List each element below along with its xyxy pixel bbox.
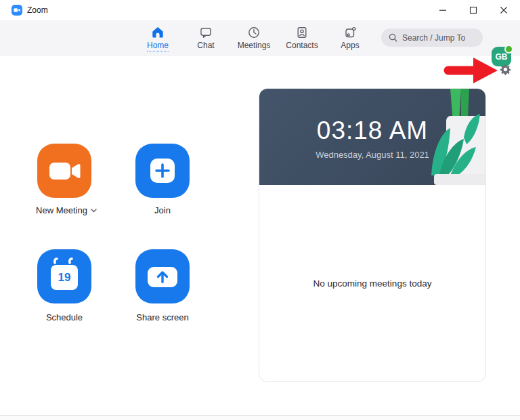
tab-contacts[interactable]: Contacts [280,26,324,51]
plus-icon [135,144,190,198]
join-label: Join [108,205,217,215]
window-title: Zoom [27,5,48,15]
search-icon [388,33,398,43]
window-title-bar: Zoom [0,0,520,20]
tab-home-label: Home [147,41,169,51]
online-status-dot [504,45,513,54]
share-screen-label: Share screen [108,312,217,322]
new-meeting-label: New Meeting [12,205,121,215]
maximize-button[interactable] [458,0,488,20]
search-input[interactable]: Search / Jump To [381,28,483,47]
schedule-button[interactable]: 19 [37,249,91,303]
meetings-panel: 03:18 AM Wednesday, August 11, 2021 No u… [259,88,486,382]
settings-gear-button[interactable] [500,64,511,75]
tab-apps[interactable]: Apps [328,26,372,51]
clock-icon [247,26,261,39]
screen-share-icon [135,249,190,303]
annotation-red-arrow [442,56,499,85]
footer-divider [0,415,520,420]
zoom-app-icon [12,5,22,16]
minimize-button[interactable] [427,0,458,20]
home-icon [151,26,165,39]
new-meeting-button[interactable] [37,144,91,198]
tab-home[interactable]: Home [136,26,179,51]
clock-banner: 03:18 AM Wednesday, August 11, 2021 [259,89,485,185]
tab-chat-label: Chat [197,41,214,50]
clock-time: 03:18 AM [259,117,485,144]
clock-date: Wednesday, August 11, 2021 [259,150,485,160]
apps-icon [343,26,357,39]
tab-apps-label: Apps [341,41,359,50]
search-placeholder: Search / Jump To [402,33,465,43]
schedule-label: Schedule [10,312,118,322]
join-button[interactable] [135,144,190,198]
window-controls [427,0,519,20]
no-meetings-message: No upcoming meetings today [259,278,485,289]
calendar-day-number: 19 [37,271,91,285]
chevron-down-icon[interactable] [91,209,97,213]
nav-tabs: Home Chat Meetings [136,26,372,51]
main-navbar: Home Chat Meetings [0,20,520,56]
close-button[interactable] [488,0,519,20]
share-screen-button[interactable] [135,249,190,303]
video-camera-icon [37,144,91,198]
tab-chat[interactable]: Chat [184,26,228,51]
tab-meetings[interactable]: Meetings [232,26,276,51]
tab-meetings-label: Meetings [238,41,271,50]
contact-badge-icon [295,26,309,39]
tab-contacts-label: Contacts [286,41,318,50]
chat-icon [199,26,213,39]
